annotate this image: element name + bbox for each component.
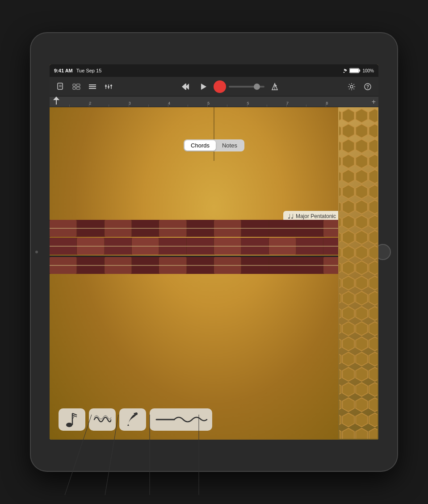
ruler-subtick: [227, 105, 227, 107]
musical-notes-icon: ♩♩: [288, 213, 294, 220]
ruler-subtick: [188, 105, 188, 107]
svg-rect-15: [105, 85, 107, 87]
bottom-controls: [59, 408, 212, 431]
play-icon: [199, 83, 207, 91]
string-track-3[interactable]: [50, 257, 378, 274]
svg-point-38: [135, 412, 138, 415]
metronome-button[interactable]: [267, 79, 282, 94]
svg-line-26: [275, 85, 277, 86]
ruler-tick-8: [326, 103, 326, 107]
string-line-3: [50, 265, 378, 266]
ruler-subtick: [267, 105, 267, 107]
side-button-left: [35, 251, 38, 253]
svg-rect-10: [76, 87, 80, 89]
volume-slider[interactable]: [229, 86, 264, 88]
instrument-background: Chords Notes ♩♩ Major Pentatonic: [50, 107, 378, 440]
ruler-subtick: [109, 105, 109, 107]
slide-button[interactable]: [150, 408, 212, 431]
new-song-button[interactable]: [53, 80, 67, 94]
single-note-button[interactable]: [59, 408, 85, 431]
vibrato-button[interactable]: [89, 408, 116, 431]
svg-point-34: [66, 423, 72, 427]
guitar-texture-svg: [339, 108, 378, 439]
svg-rect-9: [73, 87, 76, 89]
svg-text:?: ?: [366, 84, 369, 89]
chords-button[interactable]: Chords: [185, 140, 216, 151]
string-track-2[interactable]: [50, 238, 378, 255]
toolbar: ?: [50, 77, 378, 97]
settings-button[interactable]: [344, 80, 359, 94]
grid-icon: [72, 84, 80, 90]
rewind-button[interactable]: [178, 79, 193, 94]
wifi-icon: [340, 68, 348, 73]
svg-marker-30: [53, 97, 59, 100]
string-area: ♩♩ Major Pentatonic: [50, 220, 378, 273]
svg-rect-4: [58, 83, 63, 89]
svg-marker-20: [182, 84, 185, 90]
ruler-tick-2: [89, 103, 89, 107]
ipad-device: 9:41 AM Tue Sep 15 100%: [31, 33, 397, 471]
ruler-tick-6: [247, 103, 248, 107]
svg-rect-31: [56, 100, 57, 105]
string-line-2: [50, 246, 378, 247]
metronome-icon: [271, 83, 278, 91]
string-track-1[interactable]: [50, 220, 378, 237]
playhead-marker: [53, 97, 59, 105]
slide-icon: [154, 413, 208, 426]
rewind-icon: [181, 83, 189, 90]
pointer-line: [214, 107, 214, 161]
ruler-tick-5: [207, 103, 208, 107]
chords-notes-toggle: Chords Notes: [184, 139, 244, 151]
note-icon: [66, 412, 78, 428]
status-icons: 100%: [340, 68, 374, 73]
svg-rect-3: [350, 69, 359, 72]
ruler-subtick: [69, 105, 70, 107]
main-area: Chords Notes ♩♩ Major Pentatonic: [50, 107, 378, 440]
status-time: 9:41 AM: [54, 68, 73, 73]
toolbar-right: ?: [344, 80, 375, 94]
ruler-tick-4: [168, 103, 168, 107]
device-frame: 9:41 AM Tue Sep 15 100%: [0, 0, 428, 504]
notes-button[interactable]: Notes: [216, 140, 243, 151]
svg-rect-2: [359, 70, 360, 72]
battery-icon: [349, 68, 361, 73]
view-button[interactable]: [69, 80, 84, 94]
vibrato-icon: [93, 413, 111, 426]
svg-rect-19: [110, 85, 112, 86]
ruler-tick-3: [129, 103, 129, 107]
svg-point-27: [350, 85, 353, 88]
play-button[interactable]: [196, 79, 211, 94]
record-button[interactable]: [214, 80, 226, 93]
ipad-screen: 9:41 AM Tue Sep 15 100%: [50, 64, 378, 440]
help-icon: ?: [364, 83, 372, 91]
svg-line-37: [72, 415, 77, 417]
svg-rect-7: [73, 84, 76, 86]
svg-rect-33: [339, 108, 378, 439]
document-icon: [56, 83, 64, 91]
status-bar: 9:41 AM Tue Sep 15 100%: [50, 64, 378, 77]
transport-controls: [178, 79, 282, 94]
scale-name: Major Pentatonic: [296, 213, 336, 219]
string-line-1: [50, 228, 378, 229]
volume-thumb: [254, 84, 260, 90]
battery-pct: 100%: [362, 68, 374, 73]
gear-icon: [348, 83, 356, 91]
help-button[interactable]: ?: [361, 80, 375, 94]
bend-icon: [125, 412, 141, 428]
tracks-icon: [88, 84, 97, 90]
svg-line-36: [72, 413, 77, 415]
ruler: 2 3 4 5 6 7 8: [50, 97, 378, 107]
mixer-button[interactable]: [101, 80, 116, 94]
svg-rect-8: [76, 84, 80, 86]
svg-marker-23: [201, 84, 206, 90]
status-date: Tue Sep 15: [76, 68, 337, 73]
svg-rect-17: [108, 86, 109, 88]
bend-button[interactable]: [119, 408, 146, 431]
add-track-button[interactable]: +: [372, 98, 376, 106]
guitar-body-decoration: [338, 107, 378, 440]
svg-point-0: [344, 72, 344, 73]
tracks-button[interactable]: [85, 80, 100, 94]
ruler-tick-7: [286, 103, 287, 107]
ruler-subtick: [306, 105, 306, 107]
mixer-icon: [105, 84, 113, 90]
